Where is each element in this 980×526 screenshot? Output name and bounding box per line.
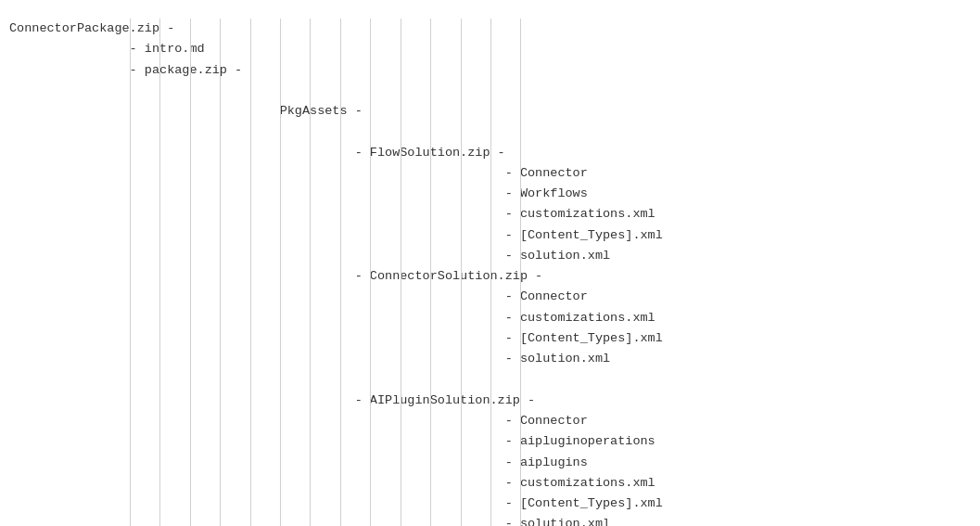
file-tree: ConnectorPackage.zip - - intro.md - pack… bbox=[9, 19, 971, 526]
tree-line bbox=[9, 81, 971, 101]
tree-line bbox=[9, 122, 971, 142]
tree-line: - solution.xml bbox=[9, 349, 971, 369]
tree-line: - FlowSolution.zip - bbox=[9, 143, 971, 163]
tree-line: - solution.xml bbox=[9, 246, 971, 266]
tree-line: - Connector bbox=[9, 411, 971, 431]
tree-line: - Workflows bbox=[9, 184, 971, 204]
tree-line: - Connector bbox=[9, 163, 971, 184]
tree-line: - solution.xml bbox=[9, 514, 971, 526]
tree-line: - customizations.xml bbox=[9, 473, 971, 494]
tree-line: - package.zip - bbox=[9, 60, 971, 81]
tree-line: - AIPluginSolution.zip - bbox=[9, 391, 971, 411]
tree-line: - customizations.xml bbox=[9, 308, 971, 328]
tree-line: - [Content_Types].xml bbox=[9, 328, 971, 349]
tree-line: - intro.md bbox=[9, 39, 971, 59]
tree-line: - [Content_Types].xml bbox=[9, 225, 971, 246]
tree-line: PkgAssets - bbox=[9, 101, 971, 122]
tree-line: - aiplugins bbox=[9, 453, 971, 473]
tree-line: - Connector bbox=[9, 287, 971, 307]
tree-line: - aipluginoperations bbox=[9, 431, 971, 452]
tree-line bbox=[9, 370, 971, 391]
tree-line: - customizations.xml bbox=[9, 204, 971, 225]
tree-line: ConnectorPackage.zip - bbox=[9, 19, 971, 39]
tree-line: - [Content_Types].xml bbox=[9, 494, 971, 514]
tree-line: - ConnectorSolution.zip - bbox=[9, 266, 971, 287]
